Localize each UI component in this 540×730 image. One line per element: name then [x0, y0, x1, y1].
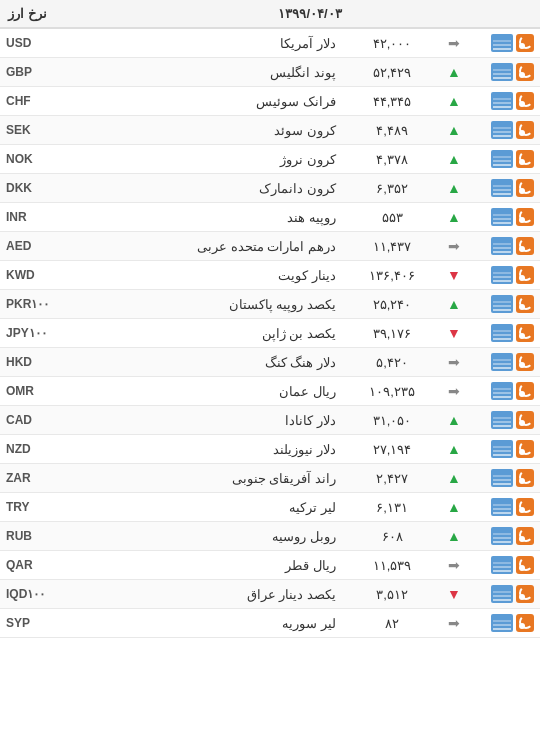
header: ۱۳۹۹/۰۴/۰۳ نرخ ارز [0, 0, 540, 29]
currency-price: ۱۱,۵۳۹ [342, 558, 442, 573]
row-icons [466, 585, 534, 603]
row-icons [466, 498, 534, 516]
currency-code: SEK [6, 123, 74, 137]
rss-icon[interactable] [516, 556, 534, 574]
rss-icon[interactable] [516, 150, 534, 168]
rss-icon[interactable] [516, 527, 534, 545]
row-icons [466, 324, 534, 342]
table-row: ➡ ۱۱,۴۳۷ درهم امارات متحده عربی AED [0, 232, 540, 261]
chart-icon[interactable] [491, 556, 513, 574]
table-row: ▲ ۶,۳۵۲ کرون دانمارک DKK [0, 174, 540, 203]
table-row: ▼ ۳۹,۱۷۶ یکصد بن ژاپن JPY۱۰۰ [0, 319, 540, 348]
rss-icon[interactable] [516, 295, 534, 313]
row-icons [466, 527, 534, 545]
rss-icon[interactable] [516, 498, 534, 516]
currency-name: کرون نروژ [74, 152, 342, 167]
chart-icon[interactable] [491, 63, 513, 81]
chart-icon[interactable] [491, 237, 513, 255]
chart-icon[interactable] [491, 469, 513, 487]
rss-icon[interactable] [516, 353, 534, 371]
chart-icon[interactable] [491, 150, 513, 168]
arrow-indicator: ▼ [447, 586, 461, 602]
chart-icon[interactable] [491, 498, 513, 516]
table-row: ▼ ۳,۵۱۲ یکصد دینار عراق IQD۱۰۰ [0, 580, 540, 609]
chart-icon[interactable] [491, 527, 513, 545]
row-icons [466, 266, 534, 284]
currency-price: ۱۰۹,۲۳۵ [342, 384, 442, 399]
row-icons [466, 353, 534, 371]
chart-icon[interactable] [491, 179, 513, 197]
currency-price: ۶۰۸ [342, 529, 442, 544]
chart-icon[interactable] [491, 208, 513, 226]
rss-icon[interactable] [516, 440, 534, 458]
header-date: ۱۳۹۹/۰۴/۰۳ [88, 6, 532, 21]
currency-name: پوند انگلیس [74, 65, 342, 80]
currency-name: دلار نیوزیلند [74, 442, 342, 457]
chart-icon[interactable] [491, 34, 513, 52]
currency-code: USD [6, 36, 74, 50]
arrow-indicator: ▲ [447, 64, 461, 80]
arrow-indicator: ▲ [447, 412, 461, 428]
table-row: ➡ ۱۱,۵۳۹ ریال قطر QAR [0, 551, 540, 580]
currency-code: KWD [6, 268, 74, 282]
row-icons [466, 179, 534, 197]
rss-icon[interactable] [516, 179, 534, 197]
header-title: نرخ ارز [8, 6, 88, 21]
currency-price: ۲۷,۱۹۴ [342, 442, 442, 457]
chart-icon[interactable] [491, 353, 513, 371]
rss-icon[interactable] [516, 585, 534, 603]
currency-price: ۵۲,۴۲۹ [342, 65, 442, 80]
table-row: ▲ ۲۵,۲۴۰ یکصد روپیه پاکستان PKR۱۰۰ [0, 290, 540, 319]
table-row: ➡ ۴۲,۰۰۰ دلار آمریکا USD [0, 29, 540, 58]
rss-icon[interactable] [516, 237, 534, 255]
currency-code: DKK [6, 181, 74, 195]
arrow-indicator: ▲ [447, 122, 461, 138]
chart-icon[interactable] [491, 382, 513, 400]
arrow-indicator: ➡ [448, 615, 460, 631]
rss-icon[interactable] [516, 34, 534, 52]
rss-icon[interactable] [516, 614, 534, 632]
currency-price: ۵,۴۲۰ [342, 355, 442, 370]
chart-icon[interactable] [491, 295, 513, 313]
arrow-indicator: ➡ [448, 383, 460, 399]
arrow-indicator: ▼ [447, 325, 461, 341]
currency-code: GBP [6, 65, 74, 79]
rss-icon[interactable] [516, 208, 534, 226]
rss-icon[interactable] [516, 92, 534, 110]
currency-code: INR [6, 210, 74, 224]
chart-icon[interactable] [491, 411, 513, 429]
trend-arrow: ▲ [442, 296, 466, 312]
trend-arrow: ➡ [442, 557, 466, 573]
currency-code: AED [6, 239, 74, 253]
table-row: ▲ ۶,۱۳۱ لیر ترکیه TRY [0, 493, 540, 522]
chart-icon[interactable] [491, 585, 513, 603]
row-icons [466, 92, 534, 110]
currency-table: ➡ ۴۲,۰۰۰ دلار آمریکا USD ▲ ۵۲,۴۲۹ پوند ا… [0, 29, 540, 638]
row-icons [466, 411, 534, 429]
currency-name: لیر سوریه [74, 616, 342, 631]
row-icons [466, 469, 534, 487]
rss-icon[interactable] [516, 266, 534, 284]
rss-icon[interactable] [516, 382, 534, 400]
rss-icon[interactable] [516, 324, 534, 342]
rss-icon[interactable] [516, 63, 534, 81]
currency-name: دلار هنگ کنگ [74, 355, 342, 370]
rss-icon[interactable] [516, 121, 534, 139]
table-row: ▲ ۴,۳۷۸ کرون نروژ NOK [0, 145, 540, 174]
rss-icon[interactable] [516, 411, 534, 429]
row-icons [466, 121, 534, 139]
chart-icon[interactable] [491, 440, 513, 458]
chart-icon[interactable] [491, 121, 513, 139]
chart-icon[interactable] [491, 92, 513, 110]
trend-arrow: ▲ [442, 412, 466, 428]
currency-code: NZD [6, 442, 74, 456]
currency-code: PKR۱۰۰ [6, 297, 74, 311]
chart-icon[interactable] [491, 266, 513, 284]
currency-price: ۴۲,۰۰۰ [342, 36, 442, 51]
currency-price: ۳,۵۱۲ [342, 587, 442, 602]
chart-icon[interactable] [491, 614, 513, 632]
trend-arrow: ➡ [442, 615, 466, 631]
rss-icon[interactable] [516, 469, 534, 487]
chart-icon[interactable] [491, 324, 513, 342]
currency-name: درهم امارات متحده عربی [74, 239, 342, 254]
